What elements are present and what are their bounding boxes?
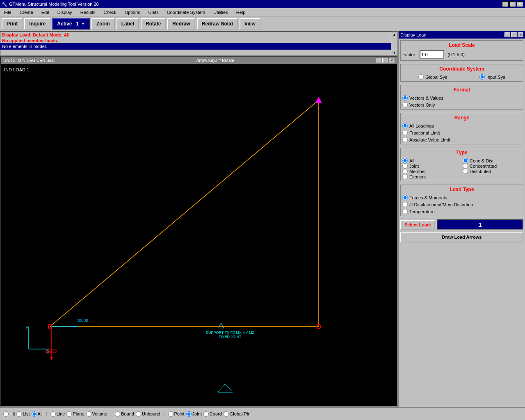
load-type-title: Load Type <box>402 187 521 192</box>
menu-bar: File Create Edit Display Results Check O… <box>0 8 525 16</box>
menu-results[interactable]: Results <box>78 9 98 16</box>
type-member-option[interactable]: Member <box>402 169 461 174</box>
unbound-label: Unbound <box>142 411 160 416</box>
dl-minimize[interactable]: _ <box>504 32 510 37</box>
dl-maximize[interactable]: □ <box>511 32 517 37</box>
menu-units[interactable]: Units <box>146 9 161 16</box>
range-section: Range All Loadings Fractional Limit Abso… <box>400 113 523 144</box>
status-scrollbar[interactable]: ▲ ▼ <box>391 32 397 55</box>
bound-option[interactable]: Bound <box>115 411 134 417</box>
fractional-limit-option[interactable]: Fractional Limit <box>402 130 521 135</box>
display-load-panel: Display Load _ □ ✕ Load Scale Factor: (0… <box>398 31 525 407</box>
menu-utilities[interactable]: Utilities <box>211 9 230 16</box>
vectors-values-option[interactable]: Vectors & Values <box>402 95 521 100</box>
menu-file[interactable]: File <box>2 9 14 16</box>
app-icon: 🔧 <box>2 2 7 7</box>
coordinate-system-section: Coordinate System Global Sys Input Sys <box>400 64 523 82</box>
vectors-only-option[interactable]: Vectors Only <box>402 102 521 107</box>
type-joint-option[interactable]: Joint <box>402 163 461 169</box>
title-bar: 🔧 GTMenu Structural Modeling Tool Versio… <box>0 0 525 8</box>
type-section: Type All Joint Member <box>400 148 523 181</box>
viewport-arrow-keys: Arrow Keys = Rotate <box>196 58 234 63</box>
vp-minimize[interactable]: _ <box>376 58 381 63</box>
menu-edit[interactable]: Edit <box>39 9 52 16</box>
bound-label: Bound <box>121 411 134 416</box>
fractional-limit-label: Fractional Limit <box>409 130 440 135</box>
list-option[interactable]: List <box>16 411 30 417</box>
type-title: Type <box>402 150 521 155</box>
hit-option[interactable]: Hit <box>3 411 15 417</box>
global-pin-option[interactable]: Global Pin <box>224 411 251 417</box>
vp-close[interactable]: ✕ <box>389 58 395 63</box>
unbound-option[interactable]: Unbound <box>136 411 160 417</box>
coord-label: Coord <box>210 411 222 416</box>
app-title: GTMenu Structural Modeling Tool Version … <box>9 2 99 7</box>
line-option[interactable]: Line <box>50 411 65 417</box>
global-sys-option[interactable]: Global Sys <box>418 74 447 80</box>
input-sys-option[interactable]: Input Sys <box>479 74 505 80</box>
all-label: All <box>38 411 43 416</box>
type-element-option[interactable]: Element <box>402 174 461 179</box>
distributed-option[interactable]: Distributed <box>463 169 521 174</box>
input-sys-label: Input Sys <box>486 75 505 80</box>
select-load-row: Select Load: 1 <box>400 219 523 230</box>
viewport-canvas[interactable]: IND LOAD 1 <box>1 64 397 406</box>
maximize-button[interactable]: □ <box>509 1 516 7</box>
forces-moments-option[interactable]: Forces & Moments <box>402 195 521 200</box>
conc-dist-option[interactable]: Conc & Dist <box>463 158 521 163</box>
plane-label: Plane <box>73 411 84 416</box>
concentrated-label: Concentrated <box>470 164 497 169</box>
line-label: Line <box>57 411 65 416</box>
print-button[interactable]: Print <box>2 18 23 30</box>
type-all-option[interactable]: All <box>402 158 461 163</box>
vp-maximize[interactable]: □ <box>382 58 388 63</box>
menu-create[interactable]: Create <box>17 9 36 16</box>
scroll-down[interactable]: ▼ <box>392 50 397 55</box>
svg-marker-7 <box>75 325 78 328</box>
redraw-solid-button[interactable]: Redraw Solid <box>197 18 238 30</box>
type-member-label: Member <box>409 169 426 174</box>
view-button[interactable]: View <box>240 18 260 30</box>
jt-displacement-label: Jt.Displacement/Mem.Distortion <box>409 202 473 207</box>
coord-option[interactable]: Coord <box>203 411 222 417</box>
menu-display[interactable]: Display <box>55 9 75 16</box>
redraw-button[interactable]: Redraw <box>167 18 195 30</box>
all-loadings-option[interactable]: All Loadings <box>402 123 521 128</box>
temperature-option[interactable]: Temperature <box>402 209 521 214</box>
point-label: Point <box>174 411 185 416</box>
all-option[interactable]: All <box>32 411 43 417</box>
all-loadings-label: All Loadings <box>409 123 434 128</box>
volume-option[interactable]: Volume <box>86 411 107 417</box>
plane-option[interactable]: Plane <box>66 411 84 417</box>
concentrated-option[interactable]: Concentrated <box>463 163 521 169</box>
label-button[interactable]: Label <box>116 18 139 30</box>
menu-check[interactable]: Check <box>101 9 119 16</box>
absolute-value-option[interactable]: Absolute Value Limit <box>402 137 521 142</box>
close-button[interactable]: ✕ <box>517 1 523 7</box>
viewport[interactable]: UNITS: M N DEG CEN SEC Arrow Keys = Rota… <box>0 56 398 407</box>
svg-marker-3 <box>316 97 322 103</box>
scroll-up[interactable]: ▲ <box>392 32 397 37</box>
fixed-joint-text: FIXED JOINT <box>206 335 254 339</box>
minimize-button[interactable]: _ <box>502 1 509 7</box>
rotate-button[interactable]: Rotate <box>141 18 166 30</box>
display-load-title: Display Load <box>400 32 427 37</box>
menu-coordinate-system[interactable]: Coordinate System <box>164 9 208 16</box>
joint-option[interactable]: Joint <box>186 411 202 417</box>
menu-options[interactable]: Options <box>122 9 143 16</box>
active-dropdown[interactable]: Active 1 ▼ <box>52 18 90 30</box>
jt-displacement-option[interactable]: Jt.Displacement/Mem.Distortion <box>402 202 521 207</box>
range-title: Range <box>402 115 521 121</box>
select-load-button[interactable]: Select Load: <box>400 220 435 230</box>
factor-range: (0.1-5.0) <box>447 52 465 57</box>
status-line1: Display Load: Default Mode: All <box>0 32 397 38</box>
zoom-button[interactable]: Zoom <box>91 18 115 30</box>
dl-close[interactable]: ✕ <box>518 32 523 37</box>
factor-input[interactable] <box>420 50 444 59</box>
type-all-label: All <box>409 158 414 163</box>
inquire-button[interactable]: Inquire <box>24 18 50 30</box>
menu-help[interactable]: Help <box>234 9 248 16</box>
vectors-values-label: Vectors & Values <box>409 96 443 100</box>
draw-arrows-button[interactable]: Draw Load Arrows <box>400 232 523 242</box>
point-option[interactable]: Point <box>168 411 185 417</box>
